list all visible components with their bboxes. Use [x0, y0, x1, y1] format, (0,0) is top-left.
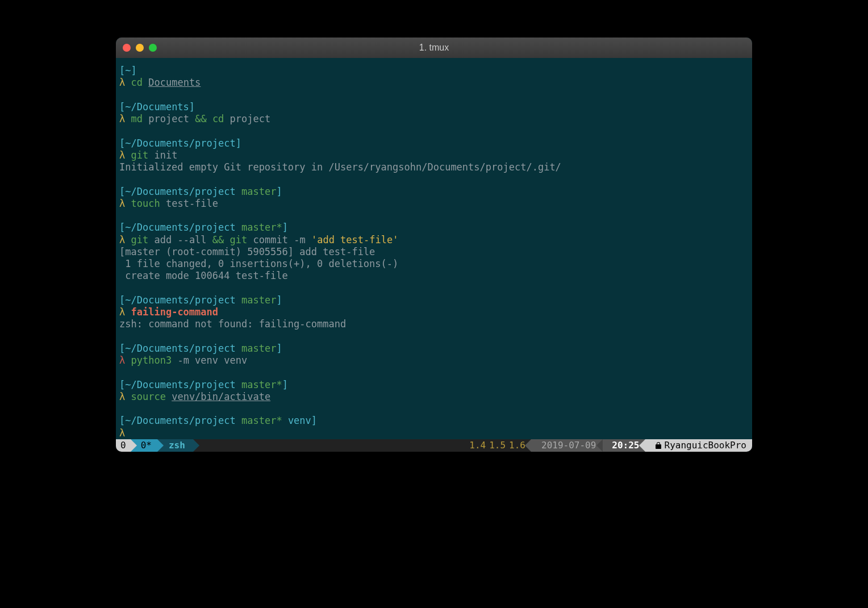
bracket-open: [ [119, 294, 125, 306]
prompt-lambda: λ [119, 77, 125, 88]
argument: init [154, 149, 177, 161]
command-line: λ git add --all && git commit -m 'add te… [119, 234, 749, 246]
statusbar-host: RyanguicBookPro [645, 439, 753, 452]
output-line: zsh: command not found: failing-command [119, 318, 749, 330]
prompt-lambda: λ [119, 391, 125, 402]
traffic-lights [123, 44, 157, 52]
argument: -m venv venv [177, 355, 247, 366]
operator: && [195, 113, 206, 124]
branch: master [241, 186, 276, 197]
command: touch [131, 198, 160, 209]
argument: commit -m [253, 234, 306, 245]
path: ~/Documents/project [125, 343, 235, 354]
output-line: 1 file changed, 0 insertions(+), 0 delet… [119, 258, 749, 270]
load-avg-1: 1.4 [469, 440, 486, 451]
terminal-area[interactable]: [~] λ cd Documents [~/Documents] λ md pr… [116, 58, 752, 439]
branch: master* [241, 379, 282, 390]
branch: master [241, 343, 276, 354]
prompt-line: [~/Documents/project] [119, 138, 749, 149]
bracket-close: ] [311, 415, 317, 426]
maximize-icon[interactable] [149, 44, 157, 52]
output-line: create mode 100644 test-file [119, 270, 749, 282]
prompt-line: [~/Documents] [119, 101, 749, 113]
cursor-line[interactable]: λ [119, 427, 749, 439]
prompt-line: [~/Documents/project master*] [119, 379, 749, 391]
prompt-line: [~/Documents/project master] [119, 294, 749, 306]
bracket-close: ] [276, 343, 282, 354]
argument: venv/bin/activate [172, 391, 270, 402]
command-line: λ touch test-file [119, 198, 749, 210]
argument: add --all [154, 234, 206, 245]
prompt-lambda: λ [119, 113, 125, 124]
bracket-open: [ [119, 101, 125, 113]
argument: Documents [148, 77, 201, 88]
command-line: λ failing-command [119, 306, 749, 318]
time-text: 20:25 [612, 440, 639, 451]
prompt-lambda: λ [119, 149, 125, 161]
prompt-lambda: λ [119, 198, 125, 209]
prompt-line: [~/Documents/project master* venv] [119, 415, 749, 427]
prompt-line: [~] [119, 65, 749, 77]
bracket-open: [ [119, 379, 125, 390]
bracket-open: [ [119, 138, 125, 149]
statusbar-right: 1.4 1.5 1.6 2019-07-09 20:25 RyanguicBoo… [464, 439, 752, 452]
blank-line [119, 173, 749, 185]
prompt-line: [~/Documents/project master] [119, 186, 749, 198]
path: ~ [125, 65, 131, 76]
command: cd [131, 77, 143, 88]
hostname: RyanguicBookPro [665, 440, 747, 451]
window-number: 0* [141, 440, 152, 451]
blank-line [119, 403, 749, 415]
bracket-open: [ [119, 222, 125, 233]
statusbar-session[interactable]: 0 [116, 439, 131, 452]
window-titlebar[interactable]: 1. tmux [116, 38, 752, 58]
bracket-close: ] [276, 294, 282, 306]
string-arg: 'add test-file' [311, 234, 399, 245]
bracket-close: ] [236, 138, 241, 149]
command-line: λ python3 -m venv venv [119, 355, 749, 367]
command-line: λ md project && cd project [119, 113, 749, 125]
command-failing: failing-command [131, 306, 219, 318]
prompt-lambda: λ [119, 306, 125, 318]
minimize-icon[interactable] [136, 44, 144, 52]
terminal-window: 1. tmux [~] λ cd Documents [~/Documents]… [116, 38, 752, 452]
load-avg-3: 1.6 [509, 440, 525, 451]
bracket-close: ] [282, 379, 288, 390]
bracket-open: [ [119, 415, 125, 426]
command: cd [212, 113, 224, 124]
window-title: 1. tmux [116, 43, 752, 53]
blank-line [119, 331, 749, 343]
branch: master* [241, 222, 282, 233]
blank-line [119, 210, 749, 222]
path: ~/Documents/project [125, 222, 235, 233]
prompt-lambda: λ [119, 427, 125, 439]
load-avg-2: 1.5 [489, 440, 506, 451]
prompt-lambda: λ [119, 234, 125, 245]
bracket-close: ] [131, 65, 137, 76]
close-icon[interactable] [123, 44, 131, 52]
bracket-open: [ [119, 65, 125, 76]
date-text: 2019-07-09 [541, 440, 596, 451]
command: md [131, 113, 143, 124]
prompt-line: [~/Documents/project master] [119, 343, 749, 355]
argument: project [148, 113, 189, 124]
command: source [131, 391, 166, 402]
bracket-close: ] [189, 101, 195, 113]
prompt-lambda-error: λ [119, 355, 125, 366]
blank-line [119, 282, 749, 294]
blank-line [119, 125, 749, 137]
path: ~/Documents/project [125, 415, 235, 426]
bracket-open: [ [119, 186, 125, 197]
bracket-close: ] [282, 222, 288, 233]
venv: venv [288, 415, 311, 426]
bracket-open: [ [119, 343, 125, 354]
pane-name: zsh [169, 440, 185, 451]
argument: project [230, 113, 271, 124]
command-line: λ source venv/bin/activate [119, 391, 749, 403]
bracket-close: ] [276, 186, 282, 197]
path: ~/Documents/project [125, 138, 235, 149]
command: git [230, 234, 248, 245]
statusbar-load: 1.4 1.5 1.6 [464, 439, 531, 452]
command: python3 [131, 355, 172, 366]
path: ~/Documents/project [125, 379, 235, 390]
